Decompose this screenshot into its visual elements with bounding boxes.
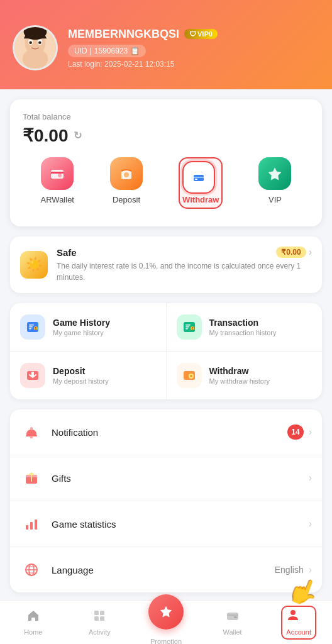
withdraw-button[interactable]: Withdraw	[169, 152, 233, 214]
svg-point-6	[38, 41, 42, 44]
notification-badge: 14	[287, 425, 303, 440]
uid-value: 15906923	[94, 47, 128, 55]
balance-card: Total balance ₹0.00 ↻ ARWallet	[10, 99, 322, 226]
nav-home[interactable]: Home	[0, 604, 67, 641]
notification-right: 14 ›	[287, 425, 312, 440]
svg-rect-23	[185, 325, 191, 326]
balance-amount: ₹0.00 ↻	[23, 125, 309, 146]
svg-rect-48	[100, 611, 104, 615]
svg-rect-33	[26, 435, 37, 436]
nav-home-label: Home	[24, 628, 42, 636]
withdraw-history-sub: My withdraw history	[209, 377, 270, 385]
svg-rect-47	[94, 611, 99, 615]
nav-account-label: Account	[286, 628, 311, 636]
game-history-sub: My game history	[53, 329, 110, 336]
svg-marker-51	[160, 606, 172, 618]
svg-point-11	[124, 172, 129, 177]
gifts-icon	[20, 467, 43, 489]
arwallet-button[interactable]: ARWallet	[31, 152, 84, 214]
username: MEMBERNNGKBQSI	[68, 28, 179, 41]
svg-rect-49	[94, 616, 99, 621]
svg-rect-52	[227, 613, 238, 620]
withdraw-history-title: Withdraw	[209, 366, 270, 376]
balance-label: Total balance	[23, 112, 309, 121]
deposit-history-title: Deposit	[53, 366, 109, 376]
language-label: Language	[52, 565, 266, 575]
game-history-item[interactable]: $ Game History My game history	[10, 303, 167, 352]
username-row: MEMBERNNGKBQSI 🛡 VIP0	[68, 28, 319, 41]
avatar[interactable]	[13, 25, 58, 70]
game-history-text: Game History My game history	[53, 318, 110, 336]
transaction-item[interactable]: € Transaction My transaction history	[167, 303, 323, 352]
nav-wallet[interactable]: Wallet	[199, 604, 266, 641]
deposit-history-text: Deposit My deposit history	[53, 366, 109, 385]
language-value: English	[275, 565, 304, 575]
header-section: MEMBERNNGKBQSI 🛡 VIP0 UID | 15906923 📋 L…	[0, 0, 332, 89]
transaction-text: Transaction My transaction history	[209, 318, 277, 336]
safe-section[interactable]: ☀️ Safe ₹0.00 › The daily interest rate …	[10, 236, 322, 293]
withdraw-label: Withdraw	[182, 195, 219, 204]
deposit-button[interactable]: Deposit	[100, 152, 153, 214]
account-icon	[286, 608, 311, 626]
nav-wallet-label: Wallet	[223, 628, 242, 636]
bottom-nav: Home Activity Promotion	[0, 600, 332, 644]
svg-rect-9	[51, 172, 64, 174]
notification-item[interactable]: Notification 14 ›	[10, 409, 322, 455]
svg-point-35	[30, 436, 33, 438]
svg-rect-14	[195, 179, 197, 180]
svg-rect-19	[29, 328, 31, 330]
vip-button[interactable]: VIP	[248, 152, 301, 214]
safe-title: Safe ₹0.00 ›	[57, 247, 312, 258]
home-icon	[26, 609, 40, 626]
svg-rect-41	[35, 519, 37, 530]
svg-text:€: €	[191, 326, 193, 330]
grid-row-2: Deposit My deposit history Withdraw My w…	[10, 352, 322, 399]
game-history-title: Game History	[53, 318, 110, 328]
transaction-sub: My transaction history	[209, 329, 277, 336]
notification-icon	[20, 421, 43, 443]
language-item[interactable]: Language English ›	[10, 547, 322, 592]
svg-rect-8	[51, 170, 64, 179]
svg-rect-18	[29, 326, 33, 328]
game-statistics-right: ›	[309, 518, 312, 530]
notification-chevron-icon: ›	[309, 426, 312, 438]
svg-point-10	[58, 174, 62, 177]
svg-marker-15	[268, 168, 281, 180]
arwallet-label: ARWallet	[41, 195, 74, 204]
gifts-label: Gifts	[52, 473, 300, 484]
svg-rect-53	[227, 614, 238, 616]
svg-point-5	[29, 41, 32, 44]
language-chevron-icon: ›	[309, 564, 312, 575]
nav-account[interactable]: Account	[265, 601, 332, 645]
nav-promotion-label: Promotion	[150, 638, 182, 644]
deposit-history-item[interactable]: Deposit My deposit history	[10, 352, 167, 399]
deposit-icon	[110, 157, 143, 190]
svg-rect-24	[185, 326, 189, 328]
svg-point-2	[23, 48, 48, 69]
game-statistics-item[interactable]: Game statistics ›	[10, 501, 322, 547]
balance-value: ₹0.00	[23, 125, 69, 146]
grid-row-1: $ Game History My game history €	[10, 303, 322, 352]
withdraw-history-icon	[177, 363, 202, 388]
safe-content: Safe ₹0.00 › The daily interest rate is …	[57, 247, 312, 283]
vip-icon	[258, 157, 291, 190]
vip-badge: 🛡 VIP0	[184, 29, 218, 39]
transaction-title: Transaction	[209, 318, 277, 328]
promotion-fab[interactable]	[148, 594, 184, 630]
gifts-item[interactable]: Gifts ›	[10, 455, 322, 501]
gifts-right: ›	[309, 472, 312, 484]
deposit-history-sub: My deposit history	[53, 377, 109, 385]
svg-rect-25	[185, 328, 188, 330]
safe-icon: ☀️	[20, 251, 48, 279]
withdraw-history-item[interactable]: Withdraw My withdraw history	[167, 352, 323, 399]
svg-rect-54	[234, 616, 237, 618]
svg-text:$: $	[35, 326, 37, 330]
refresh-icon[interactable]: ↻	[74, 130, 82, 142]
svg-rect-13	[194, 177, 204, 178]
deposit-label: Deposit	[113, 195, 140, 204]
safe-badge: ₹0.00	[276, 247, 306, 258]
nav-promotion[interactable]: Promotion	[133, 594, 199, 644]
notification-label: Notification	[52, 427, 279, 438]
nav-activity[interactable]: Activity	[67, 604, 133, 641]
language-icon	[20, 558, 43, 581]
